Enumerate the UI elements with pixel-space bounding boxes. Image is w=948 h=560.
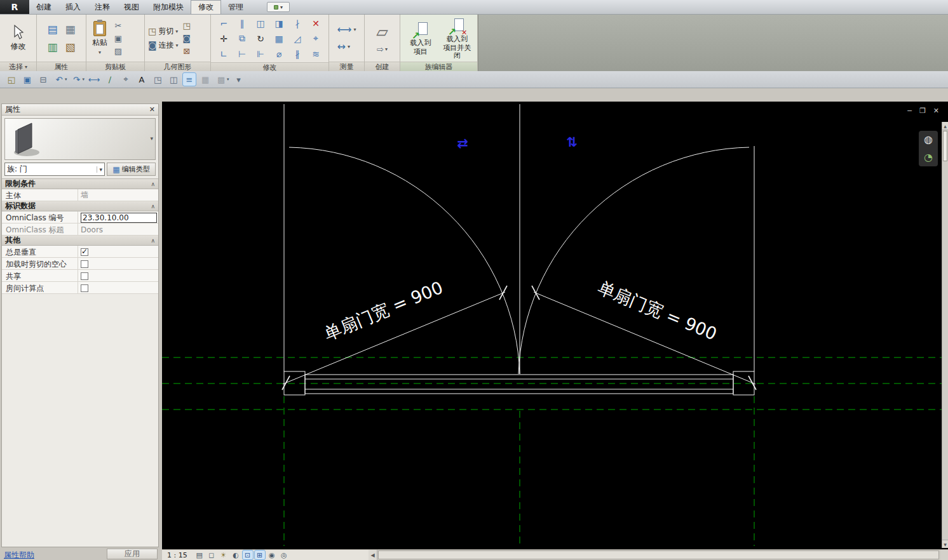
offset-button[interactable]: ∥	[233, 16, 251, 30]
close-icon[interactable]: ✕	[149, 105, 155, 114]
tag-by-category-icon[interactable]: ⌖ ▾	[119, 73, 132, 86]
paste-button[interactable]: 粘贴 ▾	[90, 20, 110, 57]
detail-level-icon[interactable]: ▤	[194, 550, 205, 559]
minimize-icon[interactable]: ─	[907, 107, 912, 115]
host-value[interactable]: 墙	[78, 189, 158, 201]
properties-help-link[interactable]: 属性帮助	[4, 550, 34, 560]
create-more-button[interactable]: ⇨ ▾	[377, 44, 388, 54]
copy-to-clipboard-icon[interactable]: ▣	[112, 32, 124, 44]
default-3d-view-icon[interactable]: ◳ ▾	[151, 73, 164, 86]
print-icon[interactable]: ⊟ ▾	[37, 73, 50, 86]
text-icon[interactable]: A ▾	[135, 73, 148, 86]
horizontal-scrollbar-thumb[interactable]	[378, 550, 939, 559]
redo-icon[interactable]: ↷ ▾	[71, 73, 85, 86]
checkbox[interactable]	[81, 260, 88, 268]
dimension-button[interactable]: ↔ ▾	[337, 41, 356, 53]
modify-tool-button[interactable]: 修改	[8, 23, 29, 53]
split-with-gap-button[interactable]: ∦	[288, 46, 306, 61]
vertical-scrollbar[interactable]: ▲ ▼	[942, 122, 948, 548]
join-geometry-icon[interactable]: ◙	[181, 32, 193, 44]
reveal-hidden-icon[interactable]: ◎	[279, 550, 289, 559]
temporary-hide-isolate-icon[interactable]: ◉	[267, 550, 277, 559]
ribbon-tab[interactable]: 注释	[88, 0, 117, 14]
toolbar-dropdown[interactable]: ▾	[267, 2, 290, 12]
unpin-button[interactable]: ⌀	[270, 46, 288, 61]
scroll-up-icon[interactable]: ▲	[942, 122, 948, 130]
cut-icon[interactable]: ✂	[112, 20, 124, 31]
paint-icon[interactable]: ⊠	[181, 45, 193, 57]
ribbon-tab[interactable]: 视图	[117, 0, 146, 14]
pin-button[interactable]: ⌖	[307, 31, 325, 46]
save-icon[interactable]: ▣ ▾	[21, 73, 34, 86]
ribbon-tab[interactable]: 插入	[58, 0, 88, 14]
rotate-button[interactable]: ↻	[252, 31, 269, 46]
switch-windows-icon[interactable]: ▩ ▾	[215, 73, 229, 86]
shadows-icon[interactable]: ◐	[231, 550, 241, 559]
section-icon[interactable]: ◫ ▾	[167, 73, 180, 86]
ribbon-tab[interactable]: 创建	[29, 0, 58, 14]
type-selector-dropdown[interactable]: 族: 门 ▾	[4, 163, 105, 176]
show-crop-region-icon[interactable]: ⊞	[255, 550, 265, 559]
edit-type-button[interactable]: ▦ 编辑类型	[107, 163, 156, 176]
thin-lines-icon[interactable]: ≡ ▾	[183, 73, 196, 86]
undo-icon[interactable]: ↶ ▾	[53, 73, 67, 86]
properties-icon[interactable]: ▤	[44, 21, 61, 37]
properties-title-bar[interactable]: 属性 ✕	[2, 104, 158, 116]
dimension-label-right[interactable]: 单扇门宽 = 900	[595, 277, 720, 344]
mirror-axis-button[interactable]: ◫	[252, 16, 269, 30]
scroll-down-icon[interactable]: ▼	[942, 540, 948, 548]
scale-control[interactable]: 1 : 15	[167, 551, 187, 559]
zoom-icon[interactable]: ◔	[924, 152, 933, 163]
scale-button[interactable]: ◿	[288, 31, 306, 46]
checkbox[interactable]	[81, 272, 88, 280]
array-button[interactable]: ▦	[270, 31, 288, 46]
steering-wheel-icon[interactable]: ◍	[924, 135, 933, 145]
ribbon-tab[interactable]: 附加模块	[146, 0, 191, 14]
ribbon-tab[interactable]: 修改	[191, 0, 221, 14]
cut-geometry-icon[interactable]: ◳	[181, 20, 193, 31]
visual-style-icon[interactable]: ◻	[207, 550, 217, 559]
omniclass-number-input[interactable]: 23.30.10.00	[81, 213, 157, 223]
match-type-properties-icon[interactable]: ▨	[112, 45, 124, 57]
application-menu-button[interactable]: R	[0, 0, 29, 14]
close-icon[interactable]: ✕	[933, 107, 939, 115]
delete-button[interactable]: ✕	[307, 16, 325, 30]
reference-planes[interactable]	[162, 357, 948, 546]
align-button[interactable]: ⌐	[215, 16, 233, 30]
component-button[interactable]: ▱	[376, 23, 388, 41]
checkbox[interactable]	[81, 284, 88, 292]
drawing-area[interactable]: 单扇门宽 = 900 单扇门宽 = 900 ⇄ ⇅ ─ ❐ ✕ ◍◔ ▲ ▼	[162, 102, 948, 549]
dimension-label-left[interactable]: 单扇门宽 = 900	[321, 277, 445, 344]
section-identity-data[interactable]: 标识数据∧	[2, 201, 158, 211]
scroll-left-icon[interactable]: ◀	[369, 550, 377, 560]
flip-control-vertical-icon[interactable]: ⇅	[566, 135, 578, 150]
flip-control-horizontal-icon[interactable]: ⇄	[457, 136, 468, 151]
open-file-icon[interactable]: ◱ ▾	[5, 73, 18, 86]
aligned-dimension-icon[interactable]: ⟷ ▾	[88, 73, 100, 86]
restore-icon[interactable]: ❐	[919, 107, 926, 115]
load-into-project-button[interactable]: → 载入到 项目	[403, 20, 438, 56]
measure-button[interactable]: ⟷ ▾	[337, 23, 356, 36]
type-preview[interactable]: ▾	[4, 118, 156, 160]
customize-qat-icon[interactable]: ▾ ▾	[233, 73, 245, 86]
trim-extend-multiple-button[interactable]: ⊩	[252, 46, 269, 61]
door-geometry[interactable]	[283, 104, 755, 395]
close-hidden-windows-icon[interactable]: ▦ ▾	[199, 73, 212, 86]
chevron-down-icon[interactable]: ▾	[150, 135, 153, 142]
section-constraints[interactable]: 限制条件∧	[2, 179, 158, 189]
horizontal-scrollbar[interactable]: ◀	[369, 549, 948, 560]
family-category-icon[interactable]: ▦	[62, 21, 79, 37]
match-button[interactable]: ≋	[307, 46, 325, 61]
move-button[interactable]: ✛	[215, 31, 233, 46]
sun-path-icon[interactable]: ☀	[219, 550, 229, 559]
vertical-scrollbar-thumb[interactable]	[943, 131, 947, 161]
load-into-project-close-button[interactable]: →✕ 载入到 项目并关闭	[440, 17, 475, 60]
checkbox[interactable]	[81, 248, 88, 256]
family-types-icon[interactable]: ▥	[44, 39, 61, 55]
cut-geometry-button[interactable]: ◳ 剪切 ▾	[148, 26, 179, 37]
crop-view-icon[interactable]: ⊡	[243, 550, 253, 559]
join-geometry-button[interactable]: ◙ 连接 ▾	[148, 40, 179, 51]
family-parameters-icon[interactable]: ▧	[62, 39, 79, 55]
panel-label-select[interactable]: 选择▾	[0, 62, 36, 71]
trim-extend-corner-button[interactable]: ∟	[215, 46, 233, 61]
